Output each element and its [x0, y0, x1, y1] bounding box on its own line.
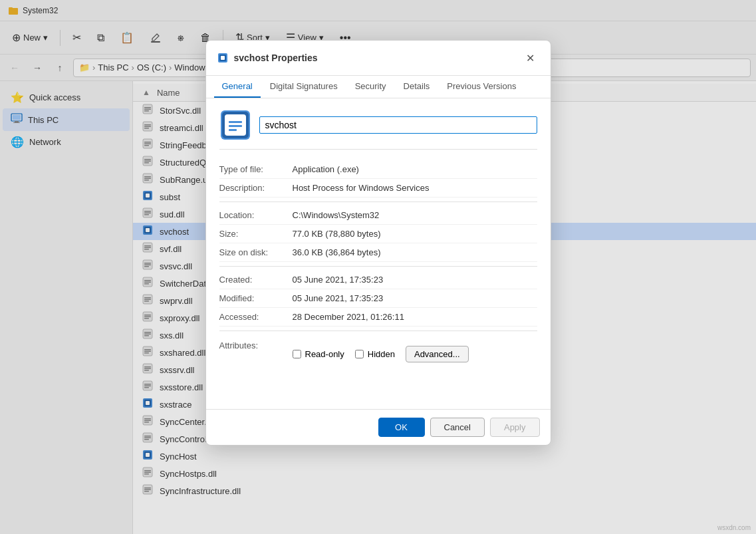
prop-row: Accessed: 28 December 2021, 01:26:11: [219, 308, 537, 327]
advanced-button[interactable]: Advanced...: [406, 346, 469, 362]
prop-row: Size: 77.0 KB (78,880 bytes): [219, 225, 537, 243]
readonly-checkbox-label[interactable]: Read-only: [293, 349, 344, 359]
apply-button[interactable]: Apply: [490, 418, 540, 437]
attributes-controls: Read-only Hidden Advanced...: [293, 340, 469, 368]
svg-rect-102: [229, 125, 242, 127]
prop-value: 77.0 KB (78,880 bytes): [293, 229, 537, 239]
prop-label: Modified:: [219, 293, 293, 303]
hidden-checkbox[interactable]: [355, 350, 364, 358]
dialog-title-icon: [217, 52, 229, 64]
dialog-title-text: svchost Properties: [234, 53, 318, 63]
file-name-row: [219, 109, 537, 150]
hidden-checkbox-label[interactable]: Hidden: [355, 349, 395, 359]
prop-divider-end: [219, 331, 537, 331]
tab-previous-versions[interactable]: Previous Versions: [439, 76, 524, 98]
prop-divider: [219, 266, 537, 267]
svg-rect-101: [229, 121, 242, 123]
svg-rect-103: [229, 129, 237, 131]
file-name-icon: [219, 109, 251, 141]
dialog-overlay: svchost Properties ✕ General Digital Sig…: [0, 0, 756, 534]
ok-button[interactable]: OK: [378, 418, 425, 437]
prop-label: Type of file:: [219, 164, 293, 174]
prop-label: Size on disk:: [219, 247, 293, 257]
cancel-button[interactable]: Cancel: [430, 418, 485, 437]
file-name-input[interactable]: [259, 116, 537, 134]
attributes-label: Attributes:: [219, 340, 293, 350]
properties-dialog: svchost Properties ✕ General Digital Sig…: [205, 40, 551, 446]
props-container: Type of file: Application (.exe)Descript…: [219, 160, 537, 331]
attributes-row-wrapper: Attributes: Read-only Hidden Advanced...: [219, 336, 537, 372]
prop-value: 28 December 2021, 01:26:11: [293, 312, 537, 322]
prop-row: Created: 05 June 2021, 17:35:23: [219, 271, 537, 289]
dialog-footer: OK Cancel Apply: [206, 409, 551, 445]
prop-row: Location: C:\Windows\System32: [219, 206, 537, 225]
readonly-checkbox[interactable]: [293, 350, 301, 358]
prop-row: Modified: 05 June 2021, 17:35:23: [219, 289, 537, 308]
dialog-close-button[interactable]: ✕: [521, 49, 540, 67]
dialog-content: Type of file: Application (.exe)Descript…: [206, 98, 551, 382]
prop-label: Size:: [219, 229, 293, 239]
prop-row: Type of file: Application (.exe): [219, 160, 537, 179]
prop-label: Created:: [219, 275, 293, 285]
prop-row: Size on disk: 36.0 KB (36,864 bytes): [219, 243, 537, 262]
svchost-icon: [219, 109, 251, 141]
dialog-title: svchost Properties: [217, 52, 318, 64]
tab-details[interactable]: Details: [396, 76, 438, 98]
prop-row: Description: Host Process for Windows Se…: [219, 179, 537, 198]
prop-value: Host Process for Windows Services: [293, 183, 537, 193]
prop-value: 05 June 2021, 17:35:23: [293, 275, 537, 285]
hidden-label: Hidden: [368, 349, 395, 359]
readonly-label: Read-only: [305, 349, 344, 359]
dialog-titlebar: svchost Properties ✕: [206, 41, 551, 76]
prop-value: C:\Windows\System32: [293, 210, 537, 220]
prop-label: Description:: [219, 183, 293, 193]
watermark: wsxdn.com: [717, 524, 751, 531]
tab-general[interactable]: General: [214, 76, 261, 98]
prop-value: 36.0 KB (36,864 bytes): [293, 247, 537, 257]
prop-divider: [219, 201, 537, 202]
prop-value: Application (.exe): [293, 164, 537, 174]
close-icon: ✕: [526, 52, 535, 65]
dialog-wrapper: svchost Properties ✕ General Digital Sig…: [205, 40, 551, 446]
tab-digital-signatures[interactable]: Digital Signatures: [262, 76, 346, 98]
dialog-tabs: General Digital Signatures Security Deta…: [206, 76, 551, 98]
svg-rect-97: [221, 56, 225, 60]
prop-label: Accessed:: [219, 312, 293, 322]
tab-security[interactable]: Security: [347, 76, 394, 98]
prop-label: Location:: [219, 210, 293, 220]
prop-value: 05 June 2021, 17:35:23: [293, 293, 537, 303]
